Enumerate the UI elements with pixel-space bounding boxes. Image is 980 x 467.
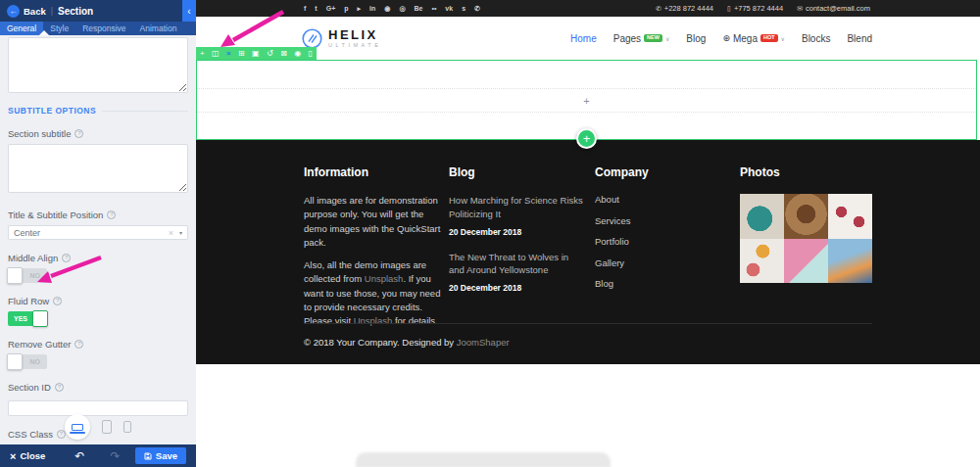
save-button[interactable]: Save [135,447,186,464]
copy-icon[interactable]: ⊠ [280,50,287,58]
mobile-preview-button[interactable] [123,421,131,433]
joomshaper-link[interactable]: JoomShaper [457,337,510,348]
blog-post-link[interactable]: The New Threat to Wolves in and Around Y… [449,251,586,278]
phone-number[interactable]: ✆ +228 872 4444 [656,4,713,13]
tab-responsive[interactable]: Responsive [75,22,132,35]
empty-row-placeholder[interactable]: + [197,88,976,113]
twitter-icon[interactable]: t [315,5,317,12]
save-label: Save [156,450,177,461]
photo-thumbnail[interactable] [828,239,872,284]
whatsapp-icon[interactable]: ✆ [474,5,480,12]
section-title-textarea[interactable] [8,37,188,93]
photos-heading: Photos [740,165,873,179]
nav-item-blog[interactable]: Blog [686,33,706,44]
chevron-down-icon: ∨ [665,35,669,42]
tab-general[interactable]: General [0,22,43,35]
visibility-icon[interactable]: ◉ [294,50,301,58]
remove-gutter-toggle[interactable]: NO [8,354,47,369]
linkedin-icon[interactable]: in [369,5,375,12]
add-section-button[interactable]: + [576,128,597,149]
nav-label: Home [570,33,597,44]
position-select[interactable]: Center × ▾ [8,225,188,240]
collapse-panel-button[interactable]: ‹ [182,0,196,22]
photo-thumbnail[interactable] [828,194,872,239]
google-plus-icon[interactable]: G+ [326,5,336,12]
position-select-value: Center [14,228,40,238]
site-logo[interactable]: HELIX ULTIMATE [302,28,381,49]
middle-align-toggle[interactable]: NO [8,268,47,283]
laptop-icon [72,424,83,431]
plus-icon: + [583,132,591,145]
duplicate-icon[interactable]: ⊞ [238,50,245,58]
nav-label: Blend [847,33,872,44]
main-nav: Home Pages NEW ∨ Blog ⊛ Mega HOT ∨ Blo [570,33,872,44]
nav-item-home[interactable]: Home [570,33,597,44]
nav-item-blend[interactable]: Blend [847,33,872,44]
subtitle-options-heading: SUBTITLE OPTIONS [8,106,188,116]
photo-thumbnail[interactable] [740,239,784,284]
contact-email-text: contact@email.com [806,4,870,13]
company-link-services[interactable]: Services [595,215,693,226]
mobile-number[interactable]: ▯ +775 872 4444 [727,4,783,13]
behance-icon[interactable]: Be [414,5,422,12]
help-icon: ? [55,383,64,392]
photo-thumbnail[interactable] [784,239,828,284]
photo-thumbnail[interactable] [740,194,784,239]
skype-icon[interactable]: s [462,5,466,12]
close-button[interactable]: × Close [10,450,45,461]
redo-button[interactable]: ↷ [110,449,120,463]
close-icon: × [10,451,16,461]
youtube-icon[interactable]: ▸ [358,5,362,12]
unsplash-link[interactable]: Unsplash [365,273,404,284]
column-layout-icon[interactable]: ◫ [212,50,220,58]
fluid-row-label-row: Fluid Row ? [8,296,188,306]
tab-animation[interactable]: Animation [133,22,184,35]
nav-item-pages[interactable]: Pages NEW ∨ [613,33,670,44]
photo-thumbnail[interactable] [784,194,828,239]
toggle-knob [7,267,23,284]
information-heading: Information [304,165,445,179]
undo-icon[interactable]: ↺ [267,50,273,58]
fluid-row-toggle[interactable]: YES [8,311,47,326]
panel-footer: × Close ↶ ↷ Save [0,444,196,467]
delete-icon[interactable]: ▯ [309,50,313,58]
blog-heading: Blog [449,165,586,179]
site-footer: Information All images are for demonstra… [196,140,980,364]
middle-align-label: Middle Align [8,253,58,263]
horizontal-scrollbar[interactable] [356,452,611,467]
instagram-icon[interactable]: ◎ [399,5,405,12]
device-preview-switcher [0,414,196,440]
flickr-icon[interactable]: •• [431,5,436,12]
nav-item-blocks[interactable]: Blocks [802,33,830,44]
tablet-preview-button[interactable] [102,420,112,434]
undo-button[interactable]: ↶ [74,449,84,463]
nav-item-mega[interactable]: ⊛ Mega HOT ∨ [722,33,785,44]
active-tab-caret [39,30,49,35]
dribbble-icon[interactable]: ◉ [384,5,390,12]
vk-icon[interactable]: vk [445,5,453,12]
company-link-gallery[interactable]: Gallery [595,257,693,268]
add-row-icon[interactable]: + [200,50,205,58]
clear-selection-icon[interactable]: × [169,228,173,238]
section-subtitle-textarea[interactable] [8,144,188,193]
facebook-icon[interactable]: f [304,5,306,12]
chevron-left-icon: ‹ [187,6,190,17]
company-link-blog[interactable]: Blog [595,278,693,289]
unsplash-link[interactable]: Unsplash [354,315,393,326]
hot-badge: HOT [760,34,778,43]
move-icon[interactable]: × [226,50,231,58]
desktop-preview-button[interactable] [65,414,90,440]
panel-title: Section [58,6,93,17]
company-link-portfolio[interactable]: Portfolio [595,236,693,247]
save-section-icon[interactable]: ▣ [252,50,260,58]
helix-logo-icon [302,28,322,49]
section-subtitle-label: Section subtitle [8,128,71,139]
back-button[interactable]: ← Back [7,5,46,18]
pinterest-icon[interactable]: p [344,5,348,12]
contact-email[interactable]: ✉ contact@email.com [797,4,870,13]
blog-post-link[interactable]: How Marching for Science Risks Politiciz… [449,194,586,221]
header-divider: | [51,6,53,16]
company-link-about[interactable]: About [595,194,693,205]
phone-icon: ✆ [656,5,662,13]
footer-divider [304,323,872,324]
